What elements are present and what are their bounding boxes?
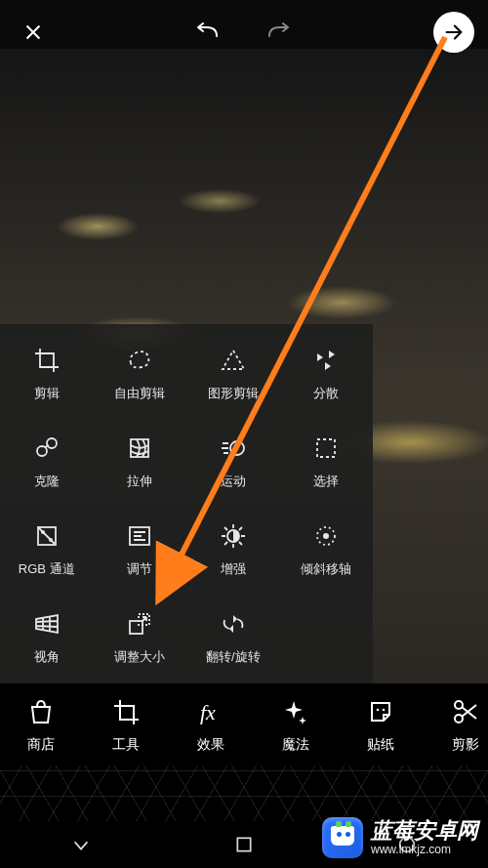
svg-point-16 [382, 709, 385, 712]
close-button[interactable] [14, 13, 53, 52]
stretch-icon [125, 434, 154, 463]
arrow-right-icon [443, 21, 465, 43]
svg-point-15 [376, 709, 379, 712]
tool-label: 图形剪辑 [208, 385, 259, 402]
store-icon [24, 695, 58, 728]
bottom-label: 效果 [197, 736, 224, 754]
nav-back[interactable] [61, 825, 101, 864]
svg-rect-12 [130, 621, 142, 634]
clone-icon [32, 434, 61, 463]
bottom-label: 商店 [27, 736, 55, 754]
tool-label: 倾斜移轴 [301, 560, 351, 578]
undo-icon [193, 22, 223, 42]
tool-disperse[interactable]: 分散 [280, 330, 374, 418]
tool-enhance[interactable]: 增强 [186, 506, 280, 594]
disperse-icon [311, 346, 341, 375]
svg-point-1 [47, 438, 57, 448]
tool-stretch[interactable]: 拉伸 [94, 418, 187, 506]
rgb-channel-icon [32, 521, 61, 551]
chevron-down-icon [70, 834, 92, 855]
flip-rotate-icon [219, 609, 248, 639]
next-button[interactable] [433, 12, 474, 53]
redo-button[interactable] [261, 15, 296, 50]
magic-icon [279, 695, 312, 728]
bottom-toolbar: 商店 工具 fx 效果 魔法 贴纸 剪影 [0, 683, 488, 765]
tool-label: 剪辑 [34, 385, 60, 402]
tool-crop[interactable]: 剪辑 [0, 330, 94, 418]
tool-motion[interactable]: 运动 [186, 418, 280, 506]
tool-label: 拉伸 [127, 473, 152, 490]
enhance-icon [219, 521, 248, 551]
tool-label: 增强 [221, 560, 246, 578]
free-crop-icon [125, 346, 154, 375]
tool-perspective[interactable]: 视角 [0, 594, 94, 682]
motion-icon [219, 434, 248, 463]
svg-point-6 [41, 530, 45, 534]
tool-label: 翻转/旋转 [206, 648, 261, 666]
watermark-logo-icon [322, 817, 363, 858]
tool-label: RGB 通道 [19, 560, 75, 578]
effects-icon: fx [194, 695, 227, 728]
tool-select[interactable]: 选择 [280, 418, 374, 506]
svg-rect-19 [237, 838, 250, 850]
tool-label: 运动 [221, 473, 246, 490]
undo-button[interactable] [190, 15, 225, 50]
svg-point-7 [49, 538, 53, 542]
shape-crop-icon [219, 346, 248, 375]
tool-clone[interactable]: 克隆 [0, 418, 94, 506]
crop-icon [32, 346, 61, 375]
watermark-url: www.lmkjz.com [371, 844, 478, 856]
perspective-icon [32, 609, 61, 639]
bottom-sticker[interactable]: 贴纸 [357, 695, 403, 754]
tool-adjust[interactable]: 调节 [94, 506, 187, 594]
tool-label: 分散 [313, 385, 339, 402]
watermark-title: 蓝莓安卓网 [371, 819, 478, 843]
tool-flip-rotate[interactable]: 翻转/旋转 [186, 594, 280, 682]
tool-grid-panel: 剪辑 自由剪辑 图形剪辑 分散 克隆 [0, 324, 373, 697]
bottom-label: 魔法 [282, 736, 309, 754]
tool-label: 选择 [313, 473, 339, 490]
tool-label: 视角 [34, 648, 60, 666]
tool-label: 调节 [127, 560, 152, 578]
tool-rgb-channel[interactable]: RGB 通道 [0, 506, 94, 594]
tools-icon [109, 695, 142, 728]
bottom-effects[interactable]: fx 效果 [187, 695, 233, 754]
svg-point-11 [323, 533, 329, 539]
svg-rect-4 [317, 439, 335, 457]
bottom-tools[interactable]: 工具 [102, 695, 148, 754]
tool-resize[interactable]: 调整大小 [94, 594, 187, 682]
bottom-label: 剪影 [452, 736, 479, 754]
resize-icon [125, 609, 154, 639]
tool-label: 调整大小 [114, 648, 165, 666]
bottom-store[interactable]: 商店 [18, 695, 63, 754]
background-pattern [0, 765, 488, 822]
select-icon [311, 434, 341, 463]
close-icon [22, 21, 44, 43]
bottom-magic[interactable]: 魔法 [272, 695, 318, 754]
redo-icon [264, 22, 293, 42]
tool-label: 克隆 [34, 473, 60, 490]
bottom-label: 贴纸 [367, 736, 394, 754]
top-center-group [190, 15, 296, 50]
tool-tilt-shift[interactable]: 倾斜移轴 [280, 506, 374, 594]
tilt-shift-icon [311, 521, 341, 551]
tool-free-crop[interactable]: 自由剪辑 [94, 330, 187, 418]
tool-shape-crop[interactable]: 图形剪辑 [186, 330, 280, 418]
sticker-icon [364, 695, 397, 728]
nav-home[interactable] [224, 825, 264, 864]
square-icon [234, 835, 254, 854]
watermark: 蓝莓安卓网 www.lmkjz.com [322, 817, 478, 858]
svg-point-3 [230, 441, 244, 455]
adjust-icon [125, 521, 154, 551]
bottom-cutout[interactable]: 剪影 [442, 695, 488, 754]
svg-text:fx: fx [200, 700, 216, 724]
cutout-icon [449, 695, 482, 728]
bottom-label: 工具 [112, 736, 140, 754]
tool-label: 自由剪辑 [114, 385, 165, 402]
top-toolbar [0, 0, 488, 64]
